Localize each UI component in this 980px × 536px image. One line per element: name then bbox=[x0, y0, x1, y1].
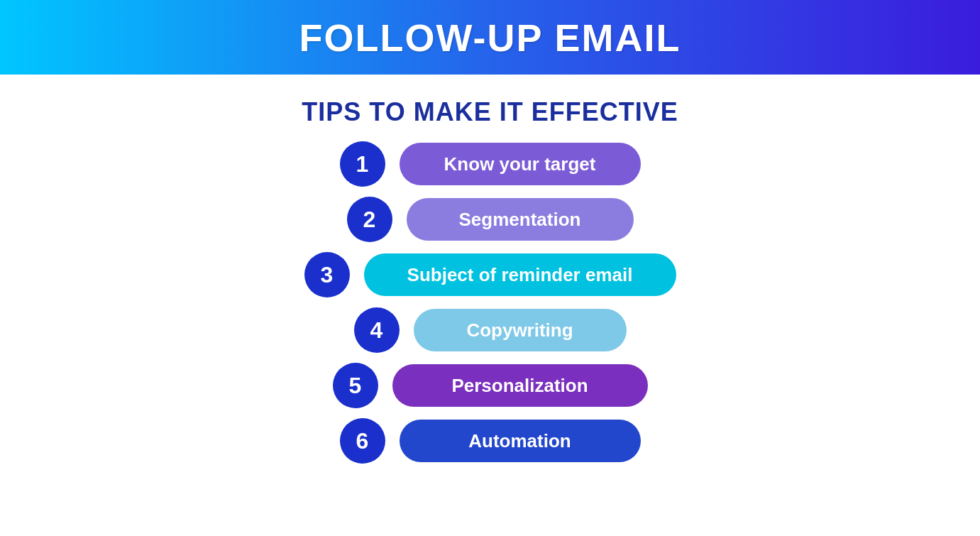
tip-number-4: 4 bbox=[354, 307, 400, 353]
tip-label-1: Know your target bbox=[400, 143, 641, 185]
tip-label-5: Personalization bbox=[392, 364, 648, 407]
tip-row-4: 4Copywriting bbox=[354, 307, 627, 353]
tip-label-2: Segmentation bbox=[407, 198, 634, 241]
tip-number-3: 3 bbox=[304, 252, 350, 297]
tip-row-3: 3Subject of reminder email bbox=[304, 252, 676, 297]
tip-label-3: Subject of reminder email bbox=[364, 253, 676, 296]
tip-number-2: 2 bbox=[347, 197, 392, 242]
subtitle: TIPS TO MAKE IT EFFECTIVE bbox=[0, 97, 980, 127]
tip-number-5: 5 bbox=[333, 363, 378, 408]
tip-label-4: Copywriting bbox=[414, 309, 627, 351]
tip-number-6: 6 bbox=[340, 418, 385, 464]
tip-row-1: 1Know your target bbox=[340, 141, 641, 187]
header-title: FOLLOW-UP EMAIL bbox=[299, 16, 681, 60]
tips-list: 1Know your target2Segmentation3Subject o… bbox=[0, 141, 980, 464]
header-banner: FOLLOW-UP EMAIL bbox=[0, 0, 980, 75]
tip-row-2: 2Segmentation bbox=[347, 197, 634, 242]
tip-row-6: 6Automation bbox=[340, 418, 641, 464]
tip-label-6: Automation bbox=[400, 420, 641, 462]
tip-number-1: 1 bbox=[340, 141, 385, 187]
tip-row-5: 5Personalization bbox=[333, 363, 648, 408]
